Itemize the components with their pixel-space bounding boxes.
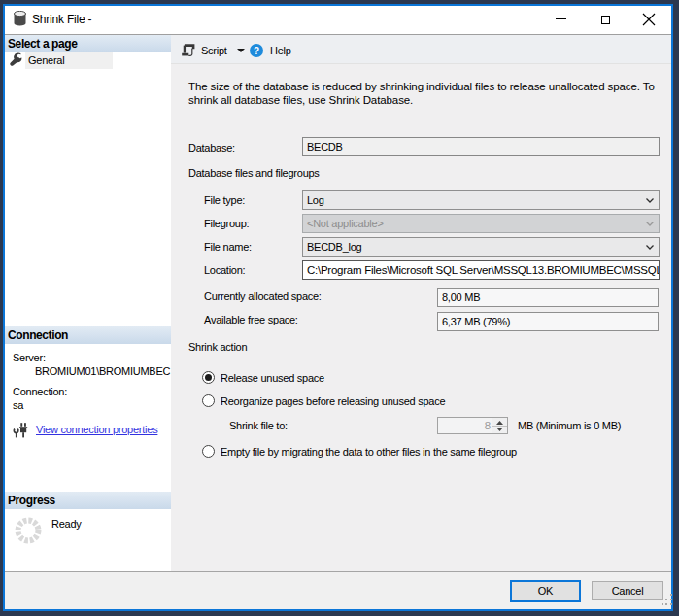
svg-text:?: ? <box>254 46 259 56</box>
